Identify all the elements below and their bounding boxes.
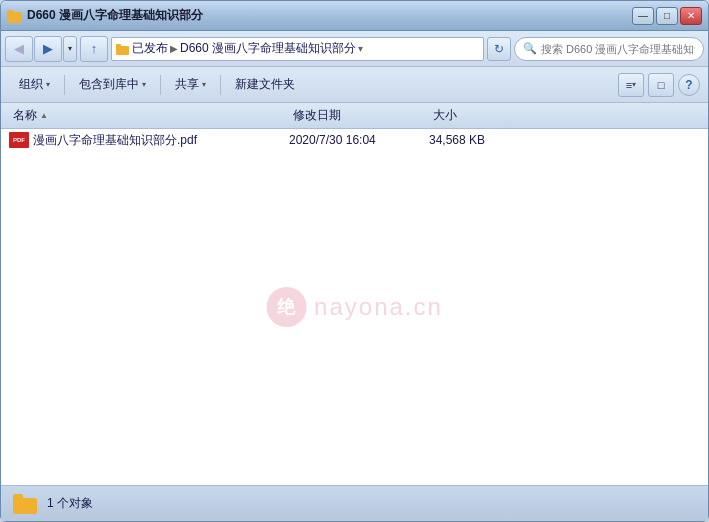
window-controls: — □ ✕ [632, 7, 702, 25]
library-button[interactable]: 包含到库中 ▾ [69, 71, 156, 99]
help-button[interactable]: ? [678, 74, 700, 96]
folder-body [13, 498, 37, 514]
sort-arrow-icon: ▲ [40, 111, 48, 120]
toolbar-separator-1 [64, 75, 65, 95]
column-date-label: 修改日期 [293, 107, 341, 124]
nav-dropdown-button[interactable]: ▾ [63, 36, 77, 62]
search-box[interactable]: 🔍 [514, 37, 704, 61]
toolbar-right: ≡ ▾ □ ? [618, 73, 700, 97]
forward-button[interactable]: ▶ [34, 36, 62, 62]
close-button[interactable]: ✕ [680, 7, 702, 25]
file-name-cell: PDF 漫画八字命理基础知识部分.pdf [9, 132, 289, 149]
refresh-button[interactable]: ↻ [487, 37, 511, 61]
share-button[interactable]: 共享 ▾ [165, 71, 216, 99]
status-folder-icon [13, 494, 37, 514]
nav-buttons: ◀ ▶ ▾ [5, 36, 77, 62]
watermark-text: nayona.cn [314, 293, 443, 321]
watermark-logo-text: 绝 [277, 295, 295, 319]
svg-rect-3 [116, 44, 121, 48]
minimize-button[interactable]: — [632, 7, 654, 25]
address-bar: ◀ ▶ ▾ ↑ 已发布 ▶ D660 漫画八字命理基础知识部分 ▾ ↻ 🔍 [1, 31, 708, 67]
path-segment-published: 已发布 ▶ [132, 40, 178, 57]
up-button[interactable]: ↑ [80, 36, 108, 62]
column-name-label: 名称 [13, 107, 37, 124]
status-bar: 1 个对象 [1, 485, 708, 521]
explorer-window: D660 漫画八字命理基础知识部分 — □ ✕ ◀ ▶ ▾ ↑ 已发布 ▶ D6… [0, 0, 709, 522]
view-caret: ▾ [632, 80, 636, 89]
maximize-button[interactable]: □ [656, 7, 678, 25]
file-name-label: 漫画八字命理基础知识部分.pdf [33, 132, 197, 149]
file-size-cell: 34,568 KB [429, 133, 529, 147]
folder-path-icon [116, 43, 130, 55]
watermark: 绝 nayona.cn [266, 287, 443, 327]
title-bar-left: D660 漫画八字命理基础知识部分 [7, 7, 203, 24]
search-input[interactable] [541, 43, 695, 55]
address-path[interactable]: 已发布 ▶ D660 漫画八字命理基础知识部分 ▾ [111, 37, 484, 61]
column-headers: 名称 ▲ 修改日期 大小 [1, 103, 708, 129]
organize-button[interactable]: 组织 ▾ [9, 71, 60, 99]
column-header-date[interactable]: 修改日期 [289, 107, 429, 124]
watermark-logo: 绝 [266, 287, 306, 327]
column-header-size[interactable]: 大小 [429, 107, 529, 124]
table-row[interactable]: PDF 漫画八字命理基础知识部分.pdf 2020/7/30 16:04 34,… [1, 129, 708, 151]
back-button[interactable]: ◀ [5, 36, 33, 62]
status-text: 1 个对象 [47, 495, 93, 512]
window-title: D660 漫画八字命理基础知识部分 [27, 7, 203, 24]
share-label: 共享 [175, 76, 199, 93]
file-area: 绝 nayona.cn PDF 漫画八字命理基础知识部分.pdf 2020/7/… [1, 129, 708, 485]
pdf-icon: PDF [9, 132, 29, 148]
new-folder-label: 新建文件夹 [235, 76, 295, 93]
library-label: 包含到库中 [79, 76, 139, 93]
column-header-name[interactable]: 名称 ▲ [9, 107, 289, 124]
share-caret: ▾ [202, 80, 206, 89]
organize-caret: ▾ [46, 80, 50, 89]
title-bar: D660 漫画八字命理基础知识部分 — □ ✕ [1, 1, 708, 31]
file-date-cell: 2020/7/30 16:04 [289, 133, 429, 147]
folder-title-icon [7, 8, 23, 24]
toolbar: 组织 ▾ 包含到库中 ▾ 共享 ▾ 新建文件夹 ≡ ▾ □ ? [1, 67, 708, 103]
help-icon: ? [685, 78, 692, 92]
organize-label: 组织 [19, 76, 43, 93]
svg-rect-1 [7, 10, 13, 14]
new-folder-button[interactable]: 新建文件夹 [225, 71, 305, 99]
column-size-label: 大小 [433, 107, 457, 124]
library-caret: ▾ [142, 80, 146, 89]
path-segment-folder: D660 漫画八字命理基础知识部分 ▾ [180, 40, 363, 57]
search-icon: 🔍 [523, 42, 537, 55]
view-dropdown-button[interactable]: ≡ ▾ [618, 73, 644, 97]
toolbar-separator-2 [160, 75, 161, 95]
toolbar-separator-3 [220, 75, 221, 95]
view-list-button[interactable]: □ [648, 73, 674, 97]
